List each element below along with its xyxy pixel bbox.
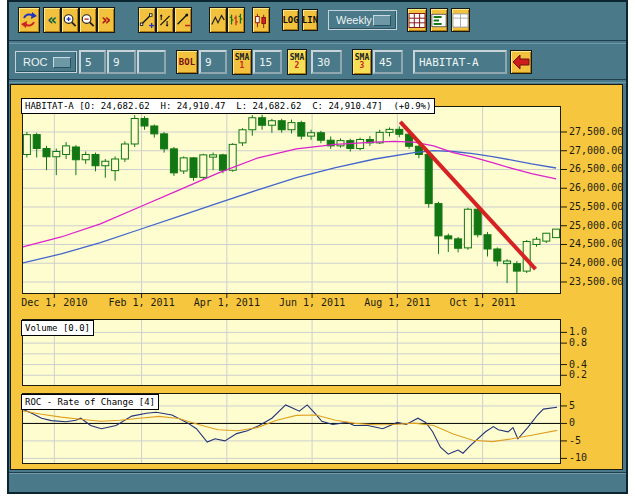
- dropdown-thumb-icon: [53, 57, 71, 68]
- indicator-dropdown-value: ROC: [16, 56, 53, 68]
- sma2-period-input[interactable]: [311, 50, 342, 74]
- quote-grid-button[interactable]: [407, 8, 427, 32]
- refresh-icon: [20, 11, 38, 29]
- y-axis-label: 25,000.00: [569, 220, 623, 231]
- x-axis-label: Oct 1, 2011: [448, 297, 518, 308]
- y-axis-label: 24,500.00: [569, 238, 623, 249]
- dropdown-thumb-icon: [373, 15, 391, 26]
- bollinger-button[interactable]: BOL: [176, 50, 198, 74]
- symbol-input[interactable]: [413, 50, 507, 74]
- chart-panel: HABITAT-A [O: 24,682.62 H: 24,910.47 L: …: [10, 84, 623, 470]
- toolbar-separator: [9, 79, 626, 83]
- period-dropdown-value: Weekly: [329, 14, 373, 26]
- x-axis-label: Feb 1, 2011: [107, 297, 177, 308]
- delete-trendline-button[interactable]: [174, 7, 192, 33]
- volume-plot[interactable]: [22, 319, 573, 392]
- red-left-arrow-icon: [511, 53, 531, 71]
- sma2-button[interactable]: SMA 2: [287, 49, 307, 75]
- zoom-out-button[interactable]: [79, 7, 97, 33]
- roc-title: ROC - Rate of Change [4]: [21, 394, 159, 410]
- refresh-button[interactable]: [18, 7, 40, 33]
- sma1-button[interactable]: SMA 1: [232, 49, 252, 75]
- layout-grid-button[interactable]: [451, 8, 470, 32]
- zoom-in-icon: [62, 12, 78, 29]
- x-axis-label: Apr 1, 2011: [192, 297, 262, 308]
- candlestick-chart-icon: [253, 11, 269, 30]
- y-axis-label: 23,500.00: [569, 276, 623, 287]
- indicator-param1-input[interactable]: [79, 50, 106, 74]
- main-chart-title: HABITAT-A [O: 24,682.62 H: 24,910.47 L: …: [21, 98, 435, 114]
- forward-icon: »: [101, 13, 111, 28]
- period-dropdown[interactable]: Weekly: [328, 10, 397, 30]
- x-axis-label: Jun 1, 2011: [277, 297, 347, 308]
- x-axis-label: Dec 1, 2010: [19, 297, 89, 308]
- trendline-move-icon: [157, 11, 173, 30]
- trendline-add-icon: [139, 11, 155, 30]
- zoom-in-button[interactable]: [61, 7, 79, 33]
- y-axis-label: 0.8: [569, 337, 587, 348]
- candlestick-chart-button[interactable]: [252, 7, 270, 33]
- x-axis-label: Aug 1, 2011: [362, 297, 432, 308]
- back-icon: «: [47, 13, 57, 28]
- y-axis-label: 0.2: [569, 369, 587, 380]
- zoom-out-icon: [80, 12, 96, 29]
- sma1-period-input[interactable]: [253, 50, 282, 74]
- scroll-forward-button[interactable]: »: [97, 7, 115, 33]
- sma1-number: 1: [240, 62, 245, 70]
- y-axis-label: -10: [569, 452, 587, 463]
- charting-app-window: « »: [7, 0, 628, 494]
- y-axis-label: 25,500.00: [569, 201, 623, 212]
- indicator-param2-input[interactable]: [107, 50, 136, 74]
- main-price-plot[interactable]: [22, 106, 573, 300]
- sma3-number: 3: [360, 62, 365, 70]
- bollinger-period-input[interactable]: [199, 50, 227, 74]
- y-axis-label: 5: [569, 400, 575, 411]
- sma2-number: 2: [295, 62, 300, 70]
- data-list-button[interactable]: [430, 8, 448, 32]
- line-chart-button[interactable]: [209, 7, 227, 33]
- lin-scale-button[interactable]: LIN: [302, 9, 318, 31]
- line-chart-icon: [210, 12, 226, 28]
- ohlc-chart-button[interactable]: [227, 7, 245, 33]
- y-axis-label: 26,000.00: [569, 182, 623, 193]
- grid-table-icon: [408, 12, 426, 29]
- move-trendline-button[interactable]: [156, 7, 174, 33]
- add-trendline-button[interactable]: [138, 7, 156, 33]
- load-symbol-button[interactable]: [510, 50, 532, 74]
- lin-scale-label: LIN: [302, 15, 318, 25]
- indicator-dropdown[interactable]: ROC: [15, 51, 77, 73]
- volume-title: Volume [0.0]: [21, 320, 94, 336]
- log-scale-label: LOG: [282, 15, 298, 25]
- layout-grid-icon: [452, 12, 469, 29]
- bollinger-label: BOL: [179, 57, 195, 67]
- y-axis-label: 0: [569, 417, 575, 428]
- indicator-param3-input[interactable]: [137, 50, 166, 74]
- log-scale-button[interactable]: LOG: [282, 9, 299, 31]
- ohlc-chart-icon: [228, 11, 244, 29]
- status-bar: [9, 472, 626, 492]
- y-axis-label: 27,000.00: [569, 145, 623, 156]
- y-axis-label: 26,500.00: [569, 163, 623, 174]
- y-axis-label: 27,500.00: [569, 126, 623, 137]
- y-axis-label: -5: [569, 435, 581, 446]
- sma3-button[interactable]: SMA 3: [352, 49, 372, 75]
- y-axis-label: 0.4: [569, 359, 587, 370]
- toolbar-separator: [9, 40, 626, 44]
- scroll-back-button[interactable]: «: [43, 7, 61, 33]
- y-axis-label: 1.0: [569, 326, 587, 337]
- data-list-icon: [431, 12, 447, 29]
- sma3-period-input[interactable]: [373, 50, 403, 74]
- trendline-delete-icon: [175, 11, 191, 30]
- y-axis-label: 24,000.00: [569, 257, 623, 268]
